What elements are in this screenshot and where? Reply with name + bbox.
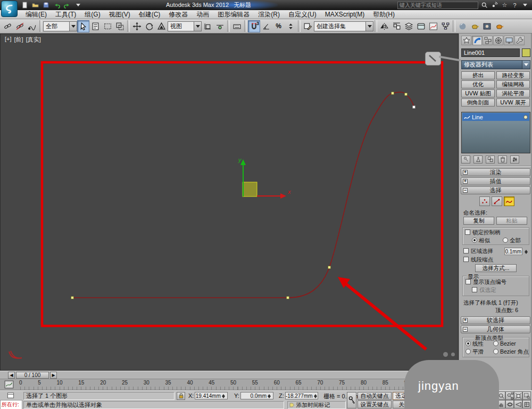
viewport-menu-view[interactable]: [前] [14,36,23,44]
curve-editor-icon[interactable] [427,20,439,32]
viewport-menu-shading[interactable]: [真实] [26,36,41,44]
modifier-stack[interactable]: Line [461,112,530,153]
vertex-type-bezier-corner-radio[interactable]: Bezier 角点 [493,348,529,356]
segment-mode-icon[interactable] [492,197,502,206]
similar-radio[interactable]: 相似 [472,237,490,244]
pin-stack-icon[interactable] [461,156,470,163]
menu-customize[interactable]: 自定义(U) [284,10,321,19]
select-object-icon[interactable] [77,20,89,32]
keyboard-shortcut-override-icon[interactable] [231,20,243,32]
spline-vertex-3[interactable] [328,266,331,269]
modifier-button-turbosmooth[interactable]: 涡轮平滑 [496,89,530,97]
field-of-view-icon[interactable] [514,400,522,408]
selected-only-checkbox[interactable]: 仅选定 [472,287,496,294]
zoom-extents-icon[interactable] [514,391,522,400]
modifier-button-extrude[interactable]: 挤出 [461,71,495,79]
show-vertex-numbers-checkbox[interactable]: 显示顶点编号 [466,279,506,286]
tab-create[interactable] [461,36,471,45]
object-color-swatch[interactable] [522,48,530,57]
vertex-type-linear-radio[interactable]: 线性 [466,340,484,348]
time-slider-prev-icon[interactable]: ◀ [8,372,15,379]
area-selection-checkbox[interactable]: 区域选择 [463,248,493,255]
vertex-type-bezier-radio[interactable]: Bezier [493,340,516,347]
segment-end-checkbox[interactable]: 线段端点 [463,256,493,264]
zoom-region-icon[interactable] [522,391,531,400]
menu-help[interactable]: 帮助(H) [369,10,399,19]
rollout-selection[interactable]: −选择 [461,186,530,194]
graphite-ribbon-icon[interactable] [415,20,427,32]
time-slider-track[interactable]: ◀ 0 / 100 ▶ [0,371,459,379]
spline-vertex-4[interactable] [392,92,394,95]
object-name-field[interactable]: Line001 [461,48,520,57]
redo-icon[interactable] [63,1,72,10]
modifier-button-uvwmap[interactable]: UVW 贴图 [461,89,495,97]
set-key-mode-button[interactable]: 设置关键点 [358,400,392,408]
modifier-list-dropdown[interactable]: 修改器列表 [461,60,530,69]
menu-tools[interactable]: 工具(T) [51,10,80,19]
material-editor-icon[interactable] [456,20,469,32]
rollout-render[interactable]: +渲染 [461,168,530,176]
tab-utilities[interactable] [514,36,525,45]
menu-graph-editors[interactable]: 图形编辑器 [213,10,254,19]
spline-vertex-1[interactable] [71,297,74,299]
tab-hierarchy[interactable] [483,36,493,45]
angle-snap-icon[interactable] [260,20,272,32]
use-pivot-point-icon[interactable] [202,20,214,32]
tab-modify[interactable] [472,36,482,45]
spline-vertex-6[interactable] [413,106,415,109]
reference-coordinate-dropdown[interactable]: 视图 [168,21,202,31]
infocenter-menu-icon[interactable] [521,1,529,9]
lightbulb-icon[interactable] [523,115,528,119]
copy-button[interactable]: 复制 [463,217,494,225]
mini-listener-icon[interactable] [6,391,15,399]
menu-rendering[interactable]: 渲染(R) [254,10,284,19]
align-icon[interactable] [390,20,403,32]
stack-item-line[interactable]: Line [462,113,529,121]
select-and-rotate-icon[interactable] [143,20,155,32]
menu-maxscript[interactable]: MAXScript(M) [321,10,369,19]
app-logo[interactable] [1,1,18,17]
rollout-geometry[interactable]: −几何体 [461,325,530,333]
modifier-button-optimize[interactable]: 优化 [461,80,495,88]
modifier-button-unwrapuvw[interactable]: UVW 展开 [496,99,530,107]
spinner-snap-icon[interactable] [285,20,297,32]
search-input[interactable] [397,2,478,9]
select-and-move-icon[interactable] [131,20,143,32]
y-coord-field[interactable]: 0.0mm [240,392,273,399]
modifier-button-pathdeform[interactable]: 路径变形 [496,71,530,79]
spinner-arrows[interactable] [268,392,272,399]
selection-lock-toggle[interactable] [177,392,185,400]
lock-handles-checkbox[interactable]: 锁定控制柄 [465,229,501,236]
layer-manager-icon[interactable] [403,20,415,32]
window-crossing-icon[interactable] [114,20,126,32]
new-scene-icon[interactable] [20,1,29,10]
rollout-soft-selection[interactable]: +软选择 [461,316,530,324]
paste-button[interactable]: 粘贴 [496,217,527,225]
all-radio[interactable]: 全部 [503,237,521,244]
render-setup-icon[interactable] [469,20,481,32]
auto-key-button[interactable]: 自动关键点 [358,392,392,400]
communication-center-icon[interactable] [491,1,498,9]
edit-named-selection-sets-icon[interactable] [302,20,314,32]
spline-vertex-5[interactable] [405,93,408,96]
menu-animation[interactable]: 动画 [192,10,213,19]
add-time-tag[interactable]: 添加时间标记 [287,401,346,409]
rendered-frame-window-icon[interactable] [481,20,493,32]
zoom-all-icon[interactable] [505,391,514,400]
spinner-arrows[interactable] [222,392,227,399]
menu-edit[interactable]: 编辑(E) [21,10,51,19]
vertex-type-smooth-radio[interactable]: 平滑 [466,348,484,356]
select-and-link-icon[interactable] [2,20,14,32]
modifier-button-editmesh[interactable]: 编辑网格 [496,80,530,88]
maximize-viewport-toggle-icon[interactable] [522,400,531,408]
time-slider-next-icon[interactable]: ▶ [50,372,57,379]
menu-modifiers[interactable]: 修改器 [164,10,192,19]
select-by-name-icon[interactable] [89,20,102,32]
select-by-button[interactable]: 选择方式... [475,264,517,272]
favorites-star-icon[interactable]: ☆ [501,1,509,9]
rectangle-spline[interactable] [42,62,442,326]
select-and-scale-icon[interactable] [155,20,168,32]
area-selection-spinner[interactable]: 0.1mm [504,248,522,255]
remove-modifier-icon[interactable] [498,156,507,163]
bind-to-space-warp-icon[interactable] [26,20,38,32]
